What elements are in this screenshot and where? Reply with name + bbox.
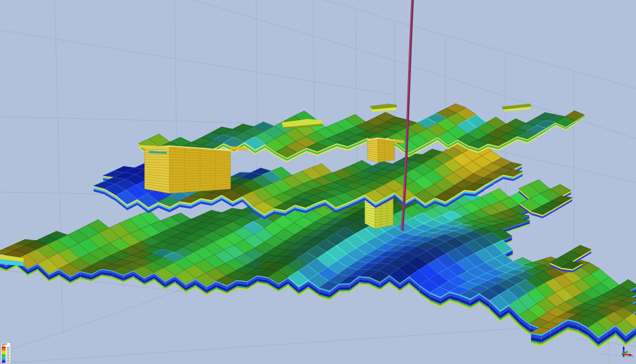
svg-text:East: East	[629, 355, 633, 357]
